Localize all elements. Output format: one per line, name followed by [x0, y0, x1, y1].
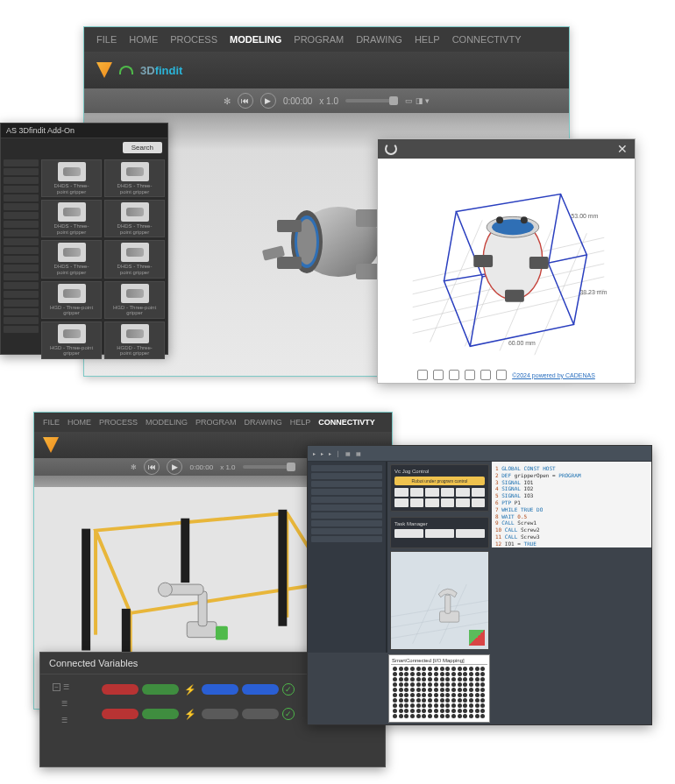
io-bit[interactable] — [410, 682, 415, 687]
io-bit[interactable] — [469, 693, 473, 697]
io-bit[interactable] — [440, 682, 444, 687]
io-bit[interactable] — [399, 667, 403, 671]
search-button[interactable]: Search — [123, 142, 162, 153]
cadenas-credit[interactable]: ©2024 powered by CADENAS — [512, 372, 595, 378]
io-bit[interactable] — [458, 703, 462, 708]
io-bit[interactable] — [463, 688, 467, 692]
io-bit[interactable] — [463, 682, 467, 687]
io-bit[interactable] — [440, 677, 444, 682]
jog-button[interactable] — [456, 498, 470, 507]
io-bit[interactable] — [422, 672, 426, 676]
addon-item[interactable]: DHDS - Three-point gripper — [41, 200, 102, 237]
io-bit[interactable] — [463, 672, 467, 676]
io-bit[interactable] — [404, 677, 409, 682]
addon-item[interactable]: DHDS - Three-point gripper — [41, 240, 102, 278]
addon-category-list[interactable] — [4, 159, 39, 359]
io-bit[interactable] — [458, 709, 462, 713]
io-bit[interactable] — [480, 698, 485, 703]
io-bit[interactable] — [410, 672, 415, 676]
io-bit[interactable] — [393, 672, 397, 676]
io-bit[interactable] — [458, 693, 462, 697]
io-mapping-panel[interactable]: SmartConnected [I/O Mapping] — [388, 654, 490, 723]
io-bit[interactable] — [451, 693, 456, 697]
task-button[interactable] — [456, 529, 485, 538]
io-bit[interactable] — [422, 693, 426, 697]
io-bit[interactable] — [410, 677, 415, 682]
io-bit[interactable] — [410, 714, 415, 718]
ide-code-editor[interactable]: 1 GLOBAL CONST HOST2 DEF gripperOpen = P… — [492, 462, 651, 547]
io-bit[interactable] — [434, 709, 438, 713]
io-bit[interactable] — [440, 672, 444, 676]
axis-cube-icon[interactable] — [469, 630, 485, 646]
io-bit[interactable] — [434, 714, 438, 718]
menu-home[interactable]: HOME — [68, 418, 91, 427]
io-bit[interactable] — [445, 709, 450, 713]
io-bit[interactable] — [451, 714, 456, 718]
io-bit[interactable] — [480, 688, 485, 692]
io-bit[interactable] — [428, 709, 432, 713]
io-bit[interactable] — [404, 698, 409, 703]
variable-pill[interactable] — [202, 709, 238, 719]
task-button[interactable] — [394, 529, 423, 538]
io-bit[interactable] — [451, 688, 456, 692]
io-bit[interactable] — [393, 688, 397, 692]
menu-process[interactable]: PROCESS — [170, 34, 217, 45]
io-bit[interactable] — [399, 672, 403, 676]
io-bit[interactable] — [399, 698, 403, 703]
gear-icon[interactable]: ✻ — [224, 96, 231, 106]
variable-pill[interactable] — [142, 684, 179, 695]
io-bit[interactable] — [399, 677, 403, 682]
io-bit[interactable] — [410, 703, 415, 708]
io-bit[interactable] — [480, 672, 485, 676]
addon-item[interactable]: HGD - Three-pointgripper — [41, 321, 102, 359]
io-bit[interactable] — [416, 667, 421, 671]
variable-pill[interactable] — [102, 709, 139, 719]
io-bit[interactable] — [428, 693, 432, 697]
ide-explorer[interactable] — [308, 462, 387, 653]
variable-pill[interactable] — [242, 709, 279, 719]
io-bit[interactable] — [440, 709, 444, 713]
io-bit[interactable] — [463, 677, 467, 682]
menu-drawing[interactable]: DRAWING — [245, 418, 282, 427]
io-bit[interactable] — [422, 667, 426, 671]
io-bit[interactable] — [399, 703, 403, 708]
menu-connectivty[interactable]: CONNECTIVTY — [452, 34, 522, 45]
io-bit[interactable] — [475, 703, 480, 708]
rewind-icon[interactable]: ⏮ — [238, 93, 253, 109]
menu-process[interactable]: PROCESS — [99, 418, 138, 427]
menu-drawing[interactable]: DRAWING — [356, 34, 402, 45]
cad-tool-icon[interactable] — [465, 370, 475, 380]
io-bit[interactable] — [480, 714, 485, 718]
jog-button[interactable] — [441, 498, 455, 507]
menu-help[interactable]: HELP — [290, 418, 311, 427]
io-bit[interactable] — [475, 672, 480, 676]
io-bit[interactable] — [469, 698, 473, 703]
io-bit[interactable] — [416, 672, 421, 676]
io-bit[interactable] — [440, 714, 444, 718]
io-bit[interactable] — [445, 703, 450, 708]
timeline-slider[interactable] — [243, 465, 295, 469]
cad-tool-icon[interactable] — [417, 370, 428, 380]
io-bit[interactable] — [434, 688, 438, 692]
io-bit[interactable] — [428, 667, 432, 671]
io-bit[interactable] — [445, 672, 450, 676]
io-bit[interactable] — [451, 703, 456, 708]
io-bit[interactable] — [422, 677, 426, 682]
io-bit[interactable] — [399, 709, 403, 713]
io-bit[interactable] — [410, 709, 415, 713]
io-bit[interactable] — [440, 688, 444, 692]
io-bit[interactable] — [422, 682, 426, 687]
io-bit[interactable] — [399, 682, 403, 687]
cad-tool-icon[interactable] — [433, 370, 444, 380]
io-bit[interactable] — [445, 714, 450, 718]
variable-pill[interactable] — [202, 684, 238, 695]
io-bit[interactable] — [422, 703, 426, 708]
io-bit[interactable] — [469, 709, 473, 713]
io-bit[interactable] — [458, 682, 462, 687]
io-bit[interactable] — [469, 667, 473, 671]
io-bit[interactable] — [440, 693, 444, 697]
io-bit[interactable] — [475, 667, 480, 671]
io-bit[interactable] — [445, 698, 450, 703]
variable-pill[interactable] — [102, 684, 139, 695]
addon-item[interactable]: DHDS - Three-point gripper — [104, 159, 165, 197]
